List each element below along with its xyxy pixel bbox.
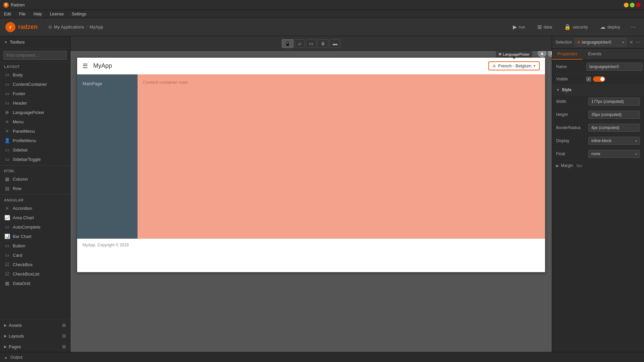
float-select[interactable]: none ▾ (588, 150, 640, 158)
selection-close-button[interactable]: ✕ (629, 40, 633, 45)
checkboxlist-icon: ☑ (4, 271, 10, 277)
footer-text: MyApp, Copyright © 2018 (83, 243, 129, 247)
toolbox-item-bar-chart[interactable]: 📊 Bar Chart (0, 232, 70, 241)
toolbox-item-sidebartoggle[interactable]: ▭ SidebarToggle (0, 155, 70, 164)
app-preview-content: Content container main (138, 74, 545, 239)
maximize-button[interactable] (630, 3, 635, 7)
device-widescreen-button[interactable]: ▬ (330, 39, 340, 48)
height-input[interactable] (589, 111, 640, 118)
output-arrow-icon[interactable]: ▲ (4, 355, 8, 359)
run-icon: ▶ (513, 24, 517, 30)
toolbox-item-profilemenu[interactable]: 👤 ProfileMenu (0, 136, 70, 145)
height-field: ✕ ⊞ (588, 111, 640, 119)
pages-item[interactable]: ▶ Pages ⊞ (0, 341, 70, 352)
assets-item[interactable]: ▶ Assets ⊞ (0, 320, 70, 330)
property-name-input[interactable] (586, 63, 643, 71)
toolbox-item-checkboxlist[interactable]: ☑ CheckBoxList (0, 269, 70, 279)
toolbox-item-languagepicker[interactable]: ⊕ LanguagePicker (0, 108, 70, 117)
breadcrumb-separator: / (86, 24, 88, 29)
selected-component-name: languagepicker0 (582, 40, 611, 45)
sidebar-icon: ▭ (4, 147, 10, 153)
toolbox-item-column[interactable]: ▦ Column (0, 174, 70, 184)
hamburger-icon[interactable]: ☰ (83, 62, 88, 70)
toolbox-item-button[interactable]: ▭ Button (0, 241, 70, 250)
angular-divider (0, 194, 70, 195)
window-controls (624, 3, 641, 7)
property-height-label: Height (556, 112, 586, 117)
borderradius-input[interactable] (589, 124, 640, 131)
toolbox-item-contentcontainer[interactable]: ▭ ContentContainer (0, 79, 70, 89)
language-picker-dropdown[interactable]: ⊕ French - Belgium ▾ (488, 61, 540, 70)
area-chart-label: Area Chart (13, 215, 34, 220)
layouts-label: Layouts (9, 334, 24, 339)
data-button[interactable]: ⊞ data (533, 22, 556, 32)
search-input[interactable] (3, 51, 67, 60)
language-picker-delete-button[interactable]: 🗑 (548, 51, 552, 57)
panelmenu-icon: ≡ (4, 128, 10, 134)
menu-settings[interactable]: Settings (70, 11, 88, 17)
minimize-button[interactable] (624, 3, 629, 7)
toolbox-list: Layout ▭ Body ▭ ContentContainer ▭ Foote… (0, 63, 70, 319)
visible-checkbox[interactable]: ✓ (586, 77, 591, 81)
selection-dropdown[interactable]: ⊕ languagepicker0 ▾ (575, 38, 627, 46)
checkbox-icon: ☑ (4, 261, 10, 267)
toolbox-item-card[interactable]: ▭ Card (0, 250, 70, 260)
toolbox-header[interactable]: ▼ Toolbox (0, 36, 70, 48)
margin-header[interactable]: ▶ Margin 0px (556, 163, 640, 168)
visible-toggle[interactable] (593, 76, 605, 82)
run-button[interactable]: ▶ run (509, 22, 529, 32)
toolbox-item-area-chart[interactable]: 📈 Area Chart (0, 213, 70, 222)
toolbox-item-autocomplete[interactable]: ▭ AutoComplete (0, 222, 70, 232)
top-toolbar: r radzen ⊙ My Applications / MyApp ▶ run… (0, 18, 644, 36)
app-preview-body: MainPage Content container main (77, 74, 545, 239)
header-icon: ▭ (4, 100, 10, 106)
property-margin-row: ▶ Margin 0px (552, 161, 644, 171)
menu-file[interactable]: File (18, 11, 27, 17)
display-value: inline-block (591, 138, 611, 143)
device-tablet-landscape-button[interactable]: ▭ (306, 39, 316, 48)
right-panel: Selection ⊕ languagepicker0 ▾ ✕ ⋯ Proper… (552, 36, 644, 352)
device-desktop-button[interactable]: 🖥 (318, 39, 328, 48)
body-icon: ▭ (4, 72, 10, 78)
toolbox-item-panelmenu[interactable]: ≡ PanelMenu (0, 126, 70, 136)
menu-icon: ≡ (4, 119, 10, 125)
toolbox-panel: ▼ Toolbox Layout ▭ Body ▭ ContentContain… (0, 36, 70, 352)
toolbox-item-body[interactable]: ▭ Body (0, 70, 70, 79)
globe-icon: ⊕ (492, 63, 496, 68)
sidebar-page-item[interactable]: MainPage (77, 78, 138, 89)
canvas-scroll[interactable]: ☰ MyApp ⊕ LanguagePicker ▲ 🗑 (70, 51, 552, 352)
toolbox-item-datagrid[interactable]: ▦ DataGrid (0, 279, 70, 288)
bar-chart-icon: 📊 (4, 233, 10, 239)
toolbar-more-button[interactable]: ··· (628, 22, 639, 32)
menu-help[interactable]: Help (32, 11, 43, 17)
toolbox-item-header[interactable]: ▭ Header (0, 98, 70, 108)
button-icon: ▭ (4, 243, 10, 249)
security-button[interactable]: 🔒 security (560, 22, 592, 32)
display-select[interactable]: inline-block ▾ (588, 137, 640, 145)
toolbox-item-checkbox[interactable]: ☑ CheckBox (0, 260, 70, 269)
toolbox-item-footer[interactable]: ▭ Footer (0, 89, 70, 98)
column-icon: ▦ (4, 176, 10, 182)
close-button[interactable] (636, 3, 641, 7)
selection-more-button[interactable]: ⋯ (636, 40, 641, 45)
menu-edit[interactable]: Edit (3, 11, 12, 17)
deploy-button[interactable]: ☁ deploy (596, 22, 624, 32)
margin-value: 0px (577, 164, 583, 168)
style-section-header[interactable]: ▼ Style (552, 85, 644, 95)
toolbox-item-menu[interactable]: ≡ Menu (0, 117, 70, 126)
language-picker-up-button[interactable]: ▲ (538, 51, 546, 57)
width-input[interactable] (589, 98, 640, 105)
margin-label: Margin (561, 163, 573, 168)
property-display-row: Display inline-block ▾ (552, 134, 644, 147)
breadcrumb-home[interactable]: My Applications (54, 24, 84, 29)
layouts-item[interactable]: ▶ Layouts ⊞ (0, 330, 70, 341)
device-tablet-portrait-button[interactable]: ▱ (295, 39, 305, 48)
tab-events[interactable]: Events (583, 49, 607, 60)
toolbox-item-row[interactable]: ▤ Row (0, 184, 70, 193)
tab-properties[interactable]: Properties (552, 49, 583, 60)
menu-license[interactable]: License (49, 11, 65, 17)
toolbox-item-accordion[interactable]: ≡ Accordion (0, 203, 70, 213)
property-borderradius-label: BorderRadius (556, 125, 586, 130)
device-mobile-button[interactable]: 📱 (282, 39, 293, 48)
toolbox-item-sidebar[interactable]: ▭ Sidebar (0, 145, 70, 155)
